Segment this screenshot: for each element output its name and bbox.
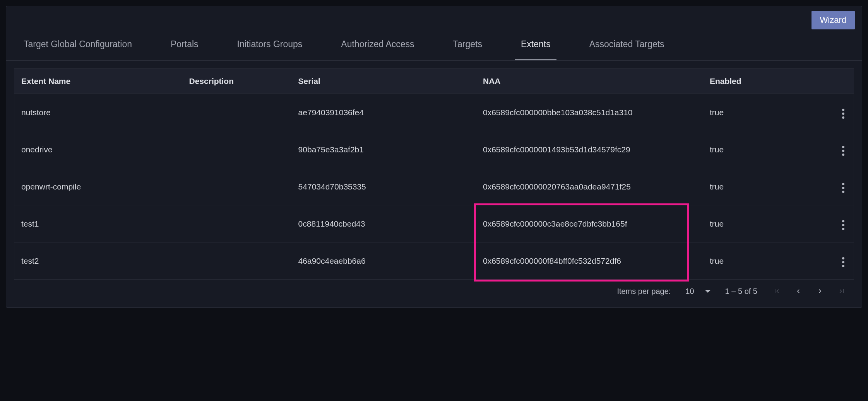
col-header-actions [812, 69, 854, 94]
cell-description [182, 205, 291, 242]
tab-extents[interactable]: Extents [515, 29, 556, 60]
cell-enabled: true [703, 94, 812, 131]
more-vert-icon[interactable] [840, 106, 847, 121]
cell-description [182, 131, 291, 168]
table-row[interactable]: test10c8811940cbed430x6589cfc000000c3ae8… [14, 205, 854, 242]
tab-authorized-access[interactable]: Authorized Access [335, 29, 420, 60]
cell-actions [812, 131, 854, 168]
col-header-name[interactable]: Extent Name [14, 69, 182, 94]
extents-card: Wizard Target Global ConfigurationPortal… [6, 6, 862, 308]
header-row: Wizard [6, 6, 862, 29]
cell-extent-name: nutstore [14, 94, 182, 131]
col-header-naa[interactable]: NAA [476, 69, 703, 94]
items-per-page-label: Items per page: [617, 287, 671, 296]
cell-description [182, 242, 291, 280]
col-header-description[interactable]: Description [182, 69, 291, 94]
paginator-range-label: 1 – 5 of 5 [725, 287, 757, 296]
table-row[interactable]: openwrt-compile547034d70b353350x6589cfc0… [14, 168, 854, 205]
cell-description [182, 168, 291, 205]
table-wrapper: Extent Name Description Serial NAA Enabl… [6, 61, 862, 307]
first-page-button[interactable] [772, 287, 781, 296]
page-size-value: 10 [685, 287, 694, 296]
cell-description [182, 94, 291, 131]
table-row[interactable]: test246a90c4eaebb6a60x6589cfc000000f84bf… [14, 242, 854, 280]
next-page-button[interactable] [815, 287, 825, 296]
cell-serial: 46a90c4eaebb6a6 [291, 242, 476, 280]
tab-portals[interactable]: Portals [165, 29, 204, 60]
tab-initiators-groups[interactable]: Initiators Groups [231, 29, 308, 60]
last-page-button[interactable] [837, 287, 846, 296]
table-row[interactable]: nutstoreae7940391036fe40x6589cfc000000bb… [14, 94, 854, 131]
table-row[interactable]: onedrive90ba75e3a3af2b10x6589cfc00000014… [14, 131, 854, 168]
tab-targets[interactable]: Targets [447, 29, 488, 60]
chevron-left-icon [794, 287, 802, 295]
cell-enabled: true [703, 205, 812, 242]
cell-extent-name: test1 [14, 205, 182, 242]
cell-extent-name: openwrt-compile [14, 168, 182, 205]
last-page-icon [838, 287, 846, 295]
cell-extent-name: onedrive [14, 131, 182, 168]
cell-enabled: true [703, 131, 812, 168]
tabs: Target Global ConfigurationPortalsInitia… [6, 29, 862, 60]
cell-extent-name: test2 [14, 242, 182, 280]
more-vert-icon[interactable] [840, 218, 847, 232]
prev-page-button[interactable] [794, 287, 803, 296]
cell-naa: 0x6589cfc000000c3ae8ce7dbfc3bb165f [476, 205, 703, 242]
paginator-nav-buttons [772, 287, 846, 296]
dropdown-arrow-icon [705, 290, 710, 293]
page-size-select[interactable]: 10 [685, 287, 710, 296]
tabs-container: Target Global ConfigurationPortalsInitia… [6, 29, 862, 61]
paginator: Items per page: 10 1 – 5 of 5 [14, 280, 854, 300]
more-vert-icon[interactable] [840, 143, 847, 158]
cell-enabled: true [703, 242, 812, 280]
first-page-icon [773, 287, 781, 295]
cell-serial: 0c8811940cbed43 [291, 205, 476, 242]
wizard-button[interactable]: Wizard [812, 11, 855, 29]
extents-table: Extent Name Description Serial NAA Enabl… [14, 68, 854, 280]
cell-actions [812, 94, 854, 131]
cell-serial: ae7940391036fe4 [291, 94, 476, 131]
chevron-right-icon [816, 287, 824, 295]
cell-naa: 0x6589cfc000000bbe103a038c51d1a310 [476, 94, 703, 131]
cell-naa: 0x6589cfc00000020763aa0adea9471f25 [476, 168, 703, 205]
cell-enabled: true [703, 168, 812, 205]
cell-actions [812, 205, 854, 242]
cell-serial: 90ba75e3a3af2b1 [291, 131, 476, 168]
cell-actions [812, 168, 854, 205]
table-header-row: Extent Name Description Serial NAA Enabl… [14, 69, 854, 94]
cell-naa: 0x6589cfc0000001493b53d1d34579fc29 [476, 131, 703, 168]
tab-target-global-configuration[interactable]: Target Global Configuration [18, 29, 138, 60]
cell-naa: 0x6589cfc000000f84bff0fc532d572df6 [476, 242, 703, 280]
col-header-enabled[interactable]: Enabled [703, 69, 812, 94]
more-vert-icon[interactable] [840, 181, 847, 195]
tab-associated-targets[interactable]: Associated Targets [584, 29, 670, 60]
more-vert-icon[interactable] [840, 255, 847, 270]
cell-serial: 547034d70b35335 [291, 168, 476, 205]
col-header-serial[interactable]: Serial [291, 69, 476, 94]
cell-actions [812, 242, 854, 280]
